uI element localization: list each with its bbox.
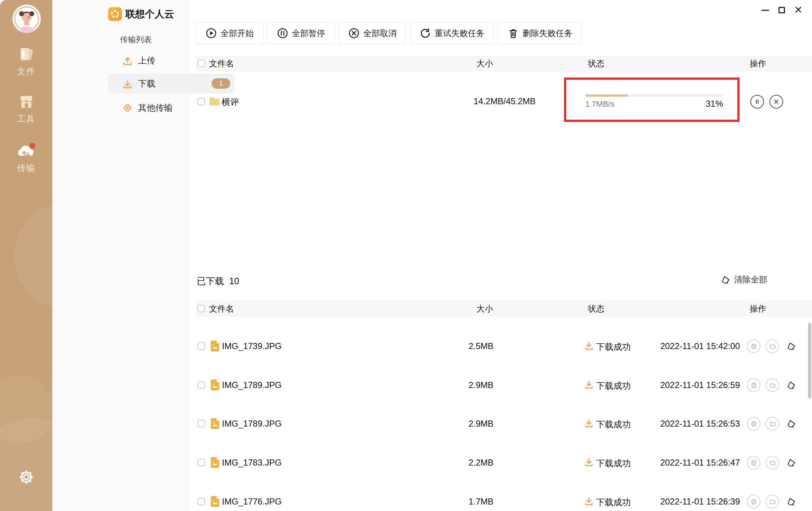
avatar-girl-illustration [13, 5, 40, 32]
nav-item-label: 其他传输 [138, 102, 173, 114]
row-checkbox[interactable] [198, 342, 205, 350]
app-logo-icon [108, 7, 122, 21]
close-icon: ✕ [794, 5, 802, 15]
open-folder-button[interactable] [766, 378, 779, 392]
row-checkbox[interactable] [198, 420, 205, 427]
document-icon [751, 343, 757, 349]
view-details-button[interactable] [747, 456, 760, 470]
delete-failed-button[interactable]: 删除失败任务 [498, 22, 582, 44]
folder-outline-icon [769, 382, 776, 388]
minimize-button[interactable] [757, 2, 773, 18]
document-icon [751, 460, 757, 466]
retry-failed-button[interactable]: 重试失败任务 [410, 22, 494, 44]
remove-record-button[interactable] [786, 418, 797, 429]
progress-bar-fill [585, 94, 628, 97]
view-details-button[interactable] [747, 417, 760, 431]
completed-file-row[interactable]: IMG_1789.JPG 2.9MB 下载成功 2022-11-01 15:26… [196, 411, 812, 436]
timestamp: 2022-11-01 15:42:00 [653, 341, 740, 351]
open-folder-button[interactable] [766, 417, 779, 431]
active-table-header: 文件名 大小 状态 操作 [196, 56, 812, 71]
eraser-icon [786, 341, 797, 351]
button-label: 重试失败任务 [435, 28, 484, 39]
diamond-plus-icon [122, 102, 133, 113]
transfer-nav-panel: 联想个人云 传输列表 上传 下载 1 其他传输 [52, 0, 189, 511]
sidebar-item-files[interactable]: 文件 [0, 45, 52, 77]
view-details-button[interactable] [747, 339, 760, 353]
retry-icon [420, 27, 431, 39]
document-icon [751, 382, 757, 388]
file-name: IMG_1783.JPG [222, 458, 281, 468]
status-text: 下载成功 [596, 497, 631, 508]
eraser-icon [786, 458, 797, 468]
button-label: 全部开始 [221, 28, 254, 39]
open-folder-button[interactable] [766, 456, 779, 470]
column-header-size: 大小 [476, 56, 493, 71]
sidebar-item-tools[interactable]: 工具 [0, 93, 52, 125]
status-text: 下载成功 [596, 380, 631, 392]
row-checkbox[interactable] [198, 498, 205, 505]
settings-button[interactable] [18, 469, 35, 487]
remove-record-button[interactable] [786, 457, 797, 468]
completed-file-row[interactable]: IMG_1789.JPG 2.9MB 下载成功 2022-11-01 15:26… [196, 373, 812, 398]
timestamp: 2022-11-01 15:26:47 [653, 458, 740, 468]
sidebar-decor-circle [14, 202, 52, 310]
remove-record-button[interactable] [786, 380, 797, 391]
remove-record-button[interactable] [786, 496, 797, 507]
image-file-icon [210, 379, 220, 391]
maximize-button[interactable] [773, 2, 790, 18]
file-size: 2.9MB [469, 419, 493, 429]
view-details-button[interactable] [747, 378, 760, 392]
pause-all-button[interactable]: 全部暂停 [267, 22, 335, 44]
play-circle-icon [205, 27, 217, 39]
button-label: 删除失败任务 [523, 28, 572, 39]
download-success-icon [584, 340, 594, 351]
file-name: IMG_1739.JPG [222, 341, 281, 351]
sidebar-item-label: 传输 [0, 162, 52, 174]
timestamp: 2022-11-01 15:26:39 [653, 497, 740, 507]
completed-file-row[interactable]: IMG_1783.JPG 2.2MB 下载成功 2022-11-01 15:26… [196, 450, 812, 475]
folder-outline-icon [769, 343, 776, 349]
downloaded-label: 已下载 [197, 276, 224, 286]
view-details-button[interactable] [747, 495, 760, 508]
transfer-toolbar: 全部开始 全部暂停 全部取消 重试失败任务 [196, 22, 582, 44]
close-button[interactable]: ✕ [790, 2, 807, 18]
user-avatar[interactable] [13, 5, 40, 32]
progress-bar [585, 94, 723, 97]
start-all-button[interactable]: 全部开始 [196, 22, 263, 44]
download-success-icon [584, 457, 594, 467]
row-checkbox[interactable] [198, 459, 205, 466]
row-checkbox[interactable] [198, 381, 205, 389]
active-download-row[interactable]: 横评 14.2MB/45.2MB 1.7MB/s 31% [196, 87, 812, 117]
remove-record-button[interactable] [786, 341, 797, 352]
nav-item-download[interactable]: 下载 1 [108, 74, 235, 93]
column-header-status: 状态 [588, 56, 604, 71]
app-title: 联想个人云 [125, 8, 174, 21]
close-x-icon [773, 99, 779, 105]
clear-all-button[interactable]: 清除全部 [721, 274, 767, 285]
download-success-icon [584, 379, 594, 389]
downloaded-section-title: 已下载 10 [197, 275, 239, 287]
file-size: 1.7MB [469, 497, 493, 507]
completed-table-header: 文件名 大小 状态 操作 [196, 301, 812, 317]
eraser-icon [786, 380, 797, 390]
nav-item-other-transfers[interactable]: 其他传输 [108, 98, 235, 118]
nav-item-label: 上传 [138, 55, 155, 66]
nav-item-upload[interactable]: 上传 [108, 50, 235, 70]
open-folder-button[interactable] [766, 495, 779, 508]
column-header-size: 大小 [476, 301, 493, 317]
select-all-checkbox[interactable] [198, 305, 205, 312]
sidebar-item-transfer[interactable]: 传输 [0, 142, 52, 174]
vertical-scrollbar-thumb[interactable] [808, 323, 811, 398]
status-text: 下载成功 [596, 341, 631, 353]
open-folder-button[interactable] [766, 339, 779, 353]
cancel-task-button[interactable] [769, 95, 783, 109]
completed-file-row[interactable]: IMG_1739.JPG 2.5MB 下载成功 2022-11-01 15:42… [196, 334, 812, 359]
pause-task-button[interactable] [750, 95, 764, 109]
file-name: IMG_1789.JPG [222, 380, 281, 390]
cancel-all-button[interactable]: 全部取消 [338, 22, 406, 44]
nav-section-label: 传输列表 [120, 34, 152, 45]
folder-outline-icon [769, 499, 776, 505]
pause-circle-icon [277, 27, 288, 39]
completed-file-row[interactable]: IMG_1776.JPG 1.7MB 下载成功 2022-11-01 15:26… [196, 489, 812, 511]
cancel-circle-icon [348, 27, 360, 39]
